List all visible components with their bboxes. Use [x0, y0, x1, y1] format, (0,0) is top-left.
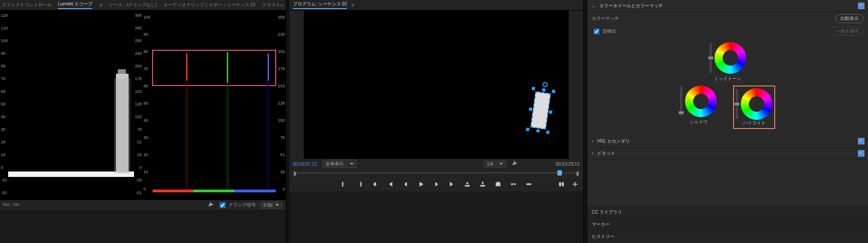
extract-button[interactable] [479, 181, 486, 188]
highlights-wheel: ハイライト [733, 86, 775, 129]
overwrite-button[interactable] [525, 181, 532, 188]
clip-body[interactable] [531, 91, 551, 129]
panel-menu-icon[interactable]: ≡ [100, 3, 102, 8]
luma-tick-r: 0 [139, 165, 142, 170]
luma-tick: -10 [1, 178, 7, 182]
face-detect-checkbox[interactable]: 顔検出 [592, 27, 616, 36]
tab-label: ヒストリー [592, 234, 614, 239]
current-timecode[interactable]: 00;03;07;12 [293, 162, 317, 167]
sequence-duration: 00;03;29;11 [556, 162, 580, 167]
resize-handle[interactable] [546, 130, 550, 134]
chevron-down-icon [499, 162, 503, 166]
luma-tick: 80 [1, 64, 5, 68]
luma-tick-r: 102 [135, 114, 142, 119]
out-bracket-icon[interactable] [574, 171, 579, 176]
chevron-down-icon [275, 203, 279, 207]
comparison-view-button[interactable] [558, 181, 565, 188]
wheel-puck[interactable] [729, 57, 733, 60]
go-to-out-button[interactable] [448, 181, 456, 188]
zoom-fit-dropdown[interactable]: 全体表示 [322, 160, 357, 168]
tab-effect-controls[interactable]: エフェクトコントロール [2, 2, 52, 8]
luma-tick: 70 [1, 76, 5, 81]
section-color-wheels[interactable]: ⌄ カラーホイールとカラーマッチ [587, 0, 868, 12]
panel-menu-icon[interactable]: ≡ [351, 3, 354, 8]
program-viewport[interactable] [289, 10, 583, 159]
section-enable-checkbox[interactable] [858, 138, 864, 144]
program-canvas[interactable] [304, 10, 569, 159]
luma-tick-r: 306 [135, 13, 142, 18]
luma-waveform-scope: 120 110 100 90 80 70 60 50 40 30 20 10 0… [0, 10, 143, 200]
svg-rect-11 [226, 83, 229, 189]
button-editor-icon[interactable] [571, 181, 579, 188]
highlights-luma-slider[interactable] [736, 89, 738, 119]
resolution-dropdown[interactable]: 1/4 [484, 161, 506, 167]
lift-button[interactable] [464, 181, 471, 188]
midtones-color-wheel[interactable] [715, 42, 746, 74]
wheel-puck[interactable] [755, 103, 759, 106]
tab-audio-clip-mixer[interactable]: オーディオクリップミキサー：シーケンス 02 [163, 2, 256, 8]
transport-bar [289, 177, 583, 191]
shadows-color-wheel[interactable] [685, 86, 717, 117]
section-enable-checkbox[interactable] [858, 3, 864, 9]
resize-handle[interactable] [552, 90, 556, 93]
go-to-in-button[interactable] [387, 181, 394, 188]
tab-text[interactable]: テキスト [262, 2, 280, 8]
tab-program[interactable]: プログラム: シーケンス 02 [293, 1, 347, 9]
disclosure-right-icon: › [592, 151, 593, 156]
luma-tick: 30 [1, 127, 5, 132]
rgb-tick: 10 [144, 170, 148, 174]
insert-button[interactable] [510, 181, 517, 188]
resize-handle[interactable] [536, 129, 540, 133]
rgb-tick-r: 153 [278, 84, 285, 88]
tab-cc-libraries[interactable]: CC ライブラリ [587, 206, 868, 219]
resize-handle[interactable] [542, 88, 546, 92]
play-button[interactable] [417, 181, 425, 188]
panel-divider[interactable] [286, 0, 289, 243]
panel-divider[interactable] [584, 0, 587, 243]
step-back-button[interactable] [402, 181, 409, 188]
luma-tick-r: 25 [137, 152, 142, 157]
resize-handle[interactable] [549, 110, 552, 114]
clamp-signal-checkbox[interactable]: クランプ信号 [218, 201, 256, 210]
tab-lumetri-scopes[interactable]: Lumetri スコープ [58, 1, 92, 9]
tabs-overflow-icon[interactable]: » [280, 3, 283, 8]
in-bracket-icon[interactable] [294, 171, 299, 176]
clamp-label: クランプ信号 [229, 202, 256, 208]
tab-markers[interactable]: マーカー [587, 219, 868, 231]
program-info-bar: 00;03;07;12 全体表示 1/4 00;03;29;11 [289, 159, 583, 169]
program-panel-tabs: プログラム: シーケンス 02 ≡ [289, 0, 583, 10]
section-vignette[interactable]: › ビネット [587, 148, 868, 160]
luma-tick: -20 [1, 191, 7, 195]
selected-clip-gizmo[interactable] [528, 88, 554, 133]
export-frame-button[interactable] [494, 181, 502, 188]
tab-history[interactable]: ヒストリー [587, 231, 868, 243]
shadows-luma-slider[interactable] [680, 86, 682, 116]
svg-rect-5 [152, 15, 277, 195]
highlights-color-wheel[interactable] [741, 88, 772, 120]
mark-out-button[interactable] [356, 181, 363, 188]
svg-rect-10 [185, 81, 188, 189]
tab-source[interactable]: ソース：(クリップなし) [109, 2, 157, 8]
settings-icon[interactable] [512, 161, 517, 167]
step-forward-button[interactable] [433, 181, 440, 188]
bit-depth-dropdown[interactable]: 8 Bit [260, 202, 282, 209]
midtones-luma-slider[interactable] [710, 43, 712, 73]
wheel-puck[interactable] [700, 100, 703, 104]
add-marker-button[interactable] [371, 181, 379, 188]
settings-icon[interactable] [208, 202, 213, 208]
resize-handle[interactable] [532, 87, 535, 91]
resize-handle[interactable] [526, 128, 529, 131]
section-enable-checkbox[interactable] [858, 150, 864, 157]
timeline-scrubber[interactable] [289, 169, 583, 177]
luma-tick-r: 178 [135, 76, 142, 81]
source-panel-tabs: エフェクトコントロール Lumetri スコープ ≡ ソース：(クリップなし) … [0, 0, 286, 10]
comparison-view-button[interactable]: 比較表示 [835, 14, 863, 23]
rgb-tick: 30 [144, 135, 148, 140]
resize-handle[interactable] [529, 107, 532, 111]
playhead[interactable] [557, 170, 562, 176]
rgb-tick: 50 [144, 101, 148, 105]
section-hsl-secondary[interactable]: › HSL セカンダリ [587, 135, 868, 148]
luma-tick: 20 [1, 140, 5, 144]
mark-in-button[interactable] [340, 181, 348, 188]
rotate-handle[interactable] [542, 81, 548, 88]
